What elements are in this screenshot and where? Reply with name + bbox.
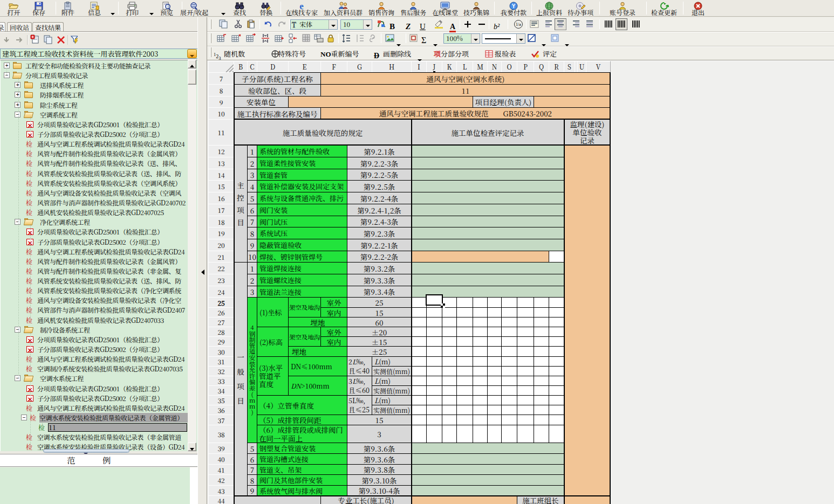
svg-text:1/a: 1/a xyxy=(516,22,521,27)
svg-text:e: e xyxy=(299,2,304,10)
svg-text:Y: Y xyxy=(512,3,516,9)
